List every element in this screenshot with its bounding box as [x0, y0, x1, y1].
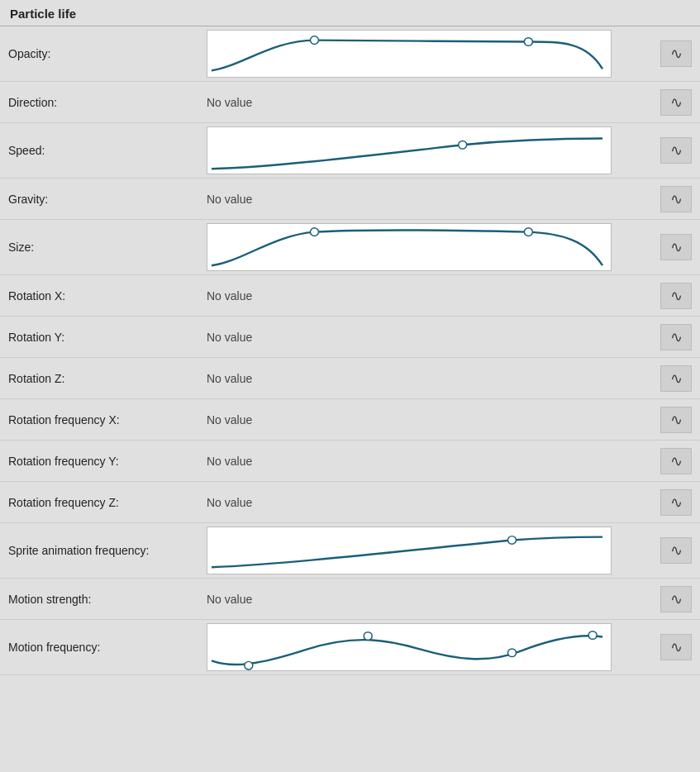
novalue-gravity: No value: [207, 193, 252, 206]
value-area-rotation-x: No value: [207, 289, 654, 303]
value-area-opacity: [207, 30, 654, 78]
curve-size[interactable]: [207, 223, 612, 271]
wave-button-rotation-x[interactable]: ∿: [660, 283, 692, 309]
wave-button-size[interactable]: ∿: [660, 234, 692, 260]
row-gravity: Gravity: No value ∿: [0, 179, 700, 220]
novalue-motion-strength: No value: [207, 593, 252, 606]
label-size: Size:: [8, 241, 207, 254]
wave-button-opacity[interactable]: ∿: [660, 41, 692, 67]
wave-button-sprite-anim-freq[interactable]: ∿: [660, 537, 692, 564]
particle-life-panel: Particle life Opacity: ∿ Direction: No v…: [0, 0, 700, 675]
wave-button-rotation-z[interactable]: ∿: [660, 365, 692, 392]
wave-button-direction[interactable]: ∿: [660, 89, 692, 116]
value-area-motion-strength: No value: [207, 593, 654, 606]
label-rotation-freq-x: Rotation frequency X:: [8, 413, 207, 427]
label-rotation-x: Rotation X:: [8, 289, 207, 303]
value-area-rotation-freq-x: No value: [207, 413, 654, 427]
wave-button-rotation-freq-z[interactable]: ∿: [660, 489, 692, 516]
wave-button-motion-freq[interactable]: ∿: [660, 634, 692, 660]
label-direction: Direction:: [8, 96, 207, 109]
value-area-motion-freq: [207, 623, 654, 671]
curve-motion-freq[interactable]: [207, 623, 612, 671]
value-area-rotation-y: No value: [207, 331, 654, 344]
label-motion-freq: Motion frequency:: [8, 641, 207, 654]
label-motion-strength: Motion strength:: [8, 593, 207, 606]
curve-opacity[interactable]: [207, 30, 612, 78]
wave-button-rotation-y[interactable]: ∿: [660, 324, 692, 350]
row-rotation-z: Rotation Z: No value ∿: [0, 358, 700, 399]
row-rotation-x: Rotation X: No value ∿: [0, 275, 700, 317]
svg-point-5: [508, 536, 517, 545]
svg-point-0: [310, 36, 318, 45]
row-speed: Speed: ∿: [0, 123, 700, 179]
novalue-direction: No value: [207, 96, 252, 109]
novalue-rotation-x: No value: [207, 289, 252, 303]
value-area-direction: No value: [207, 96, 654, 109]
svg-point-3: [310, 228, 318, 236]
svg-point-9: [588, 631, 597, 640]
curve-sprite-anim-freq[interactable]: [207, 527, 612, 574]
section-title: Particle life: [0, 0, 700, 26]
row-size: Size: ∿: [0, 220, 700, 275]
wave-button-speed[interactable]: ∿: [660, 137, 692, 164]
svg-point-6: [245, 661, 253, 670]
svg-point-2: [459, 141, 467, 149]
novalue-rotation-freq-z: No value: [207, 496, 252, 509]
value-area-size: [207, 223, 654, 271]
label-gravity: Gravity:: [8, 193, 207, 206]
label-rotation-freq-z: Rotation frequency Z:: [8, 496, 207, 509]
label-rotation-z: Rotation Z:: [8, 372, 207, 385]
row-rotation-y: Rotation Y: No value ∿: [0, 317, 700, 358]
value-area-rotation-z: No value: [207, 372, 654, 385]
wave-button-rotation-freq-y[interactable]: ∿: [660, 448, 692, 474]
row-rotation-freq-x: Rotation frequency X: No value ∿: [0, 399, 700, 441]
wave-button-rotation-freq-x[interactable]: ∿: [660, 407, 692, 433]
row-opacity: Opacity: ∿: [0, 26, 700, 82]
wave-button-motion-strength[interactable]: ∿: [660, 586, 692, 612]
value-area-sprite-anim-freq: [207, 527, 654, 574]
label-rotation-y: Rotation Y:: [8, 331, 207, 344]
label-opacity: Opacity:: [8, 47, 207, 60]
label-rotation-freq-y: Rotation frequency Y:: [8, 455, 207, 468]
label-speed: Speed:: [8, 144, 207, 157]
row-motion-strength: Motion strength: No value ∿: [0, 579, 700, 620]
novalue-rotation-z: No value: [207, 372, 252, 385]
svg-point-7: [364, 632, 372, 641]
row-direction: Direction: No value ∿: [0, 82, 700, 123]
novalue-rotation-freq-y: No value: [207, 455, 252, 468]
value-area-rotation-freq-y: No value: [207, 455, 654, 468]
wave-button-gravity[interactable]: ∿: [660, 186, 692, 212]
novalue-rotation-y: No value: [207, 331, 252, 344]
novalue-rotation-freq-x: No value: [207, 413, 252, 427]
row-sprite-anim-freq: Sprite animation frequency: ∿: [0, 523, 700, 579]
svg-point-1: [524, 38, 532, 46]
svg-point-8: [508, 649, 517, 657]
row-rotation-freq-y: Rotation frequency Y: No value ∿: [0, 441, 700, 482]
svg-point-4: [524, 228, 532, 236]
label-sprite-anim-freq: Sprite animation frequency:: [8, 544, 207, 557]
curve-speed[interactable]: [207, 126, 612, 174]
value-area-rotation-freq-z: No value: [207, 496, 654, 509]
value-area-speed: [207, 126, 654, 174]
row-rotation-freq-z: Rotation frequency Z: No value ∿: [0, 482, 700, 523]
row-motion-freq: Motion frequency: ∿: [0, 620, 700, 675]
value-area-gravity: No value: [207, 193, 654, 206]
